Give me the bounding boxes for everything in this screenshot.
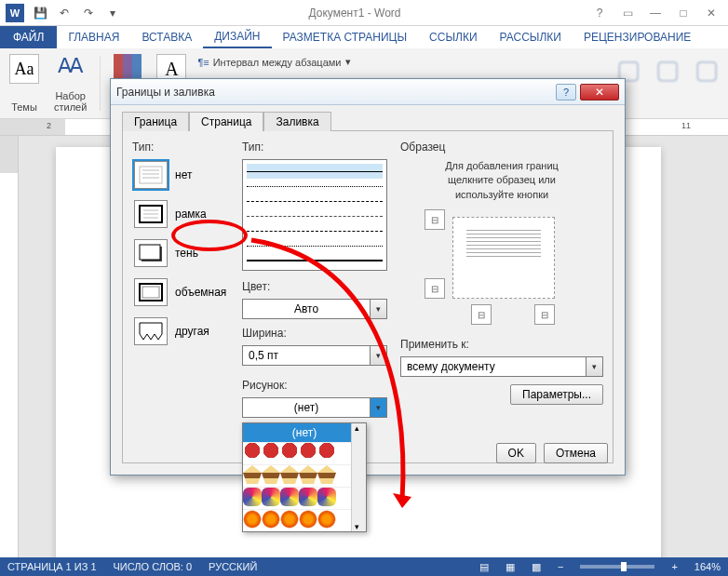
page-color-button[interactable]: ▢ <box>652 52 683 114</box>
sample-label: Образец <box>400 141 603 154</box>
ribbon-tab-mailings[interactable]: РАССЫЛКИ <box>489 26 573 48</box>
edge-left-button[interactable]: ⊟ <box>425 278 445 299</box>
ribbon-tab-layout[interactable]: РАЗМЕТКА СТРАНИЦЫ <box>272 26 419 48</box>
type-group-label: Тип: <box>132 141 229 154</box>
svg-rect-0 <box>140 167 162 183</box>
line-style-item[interactable] <box>247 253 383 268</box>
paragraph-spacing-button[interactable]: ¶≡ Интервал между абзацами ▾ <box>197 56 350 68</box>
status-language[interactable]: РУССКИЙ <box>209 561 257 572</box>
line-style-item[interactable] <box>247 179 383 194</box>
qat-save-button[interactable]: 💾 <box>30 3 50 23</box>
borders-shading-dialog: Границы и заливка ? ✕ Граница Страница З… <box>110 78 626 476</box>
edge-right-button[interactable]: ⊟ <box>534 304 555 325</box>
page-borders-button[interactable]: ▢ <box>691 52 722 114</box>
view-read-mode-icon[interactable]: ▤ <box>479 561 489 573</box>
line-type-label: Тип: <box>242 141 387 154</box>
window-title: Документ1 - Word <box>123 7 586 20</box>
ok-button[interactable]: OK <box>496 443 536 463</box>
color-label: Цвет: <box>242 280 387 293</box>
border-type-none[interactable]: нет <box>132 159 229 191</box>
line-style-list[interactable] <box>242 159 387 271</box>
art-dropdown-scrollbar[interactable] <box>351 423 366 531</box>
ribbon-tab-home[interactable]: ГЛАВНАЯ <box>57 26 130 48</box>
border-3d-label: объемная <box>175 286 226 299</box>
border-custom-icon <box>134 317 168 345</box>
status-word-count[interactable]: ЧИСЛО СЛОВ: 0 <box>114 561 193 572</box>
line-style-solid[interactable] <box>247 164 383 179</box>
border-width-dropdown-button[interactable] <box>371 345 387 366</box>
edge-bottom-button[interactable]: ⊟ <box>471 304 492 325</box>
apply-to-combo[interactable]: всему документу <box>400 356 603 377</box>
dialog-help-button[interactable]: ? <box>556 84 576 100</box>
window-minimize[interactable]: — <box>642 4 668 22</box>
zoom-out-button[interactable]: − <box>558 561 563 572</box>
tab-shading[interactable]: Заливка <box>263 112 330 131</box>
zoom-in-button[interactable]: + <box>671 561 677 572</box>
border-none-icon <box>134 161 168 189</box>
view-web-layout-icon[interactable]: ▩ <box>532 561 541 573</box>
ruler-mark-right: 11 <box>681 121 691 130</box>
edge-top-button[interactable]: ⊟ <box>425 209 445 230</box>
ribbon-tab-review[interactable]: РЕЦЕНЗИРОВАНИЕ <box>573 26 702 48</box>
art-option-swirls[interactable] <box>243 487 366 509</box>
paragraph-spacing-label: Интервал между абзацами <box>213 57 342 68</box>
ribbon-tab-references[interactable]: ССЫЛКИ <box>418 26 488 48</box>
width-label: Ширина: <box>242 327 387 340</box>
border-type-shadow[interactable]: тень <box>132 237 229 269</box>
border-type-box[interactable]: рамка <box>132 198 229 230</box>
themes-label: Темы <box>11 101 37 113</box>
qat-customize-button[interactable]: ▾ <box>102 3 123 23</box>
border-art-combo[interactable]: (нет) <box>242 397 387 418</box>
paragraph-spacing-icon: ¶≡ <box>197 57 209 68</box>
border-3d-icon <box>134 278 168 306</box>
themes-button[interactable]: Aa Темы <box>6 52 43 114</box>
style-set-icon: Ꜳ <box>58 54 83 78</box>
zoom-slider[interactable] <box>580 565 654 569</box>
line-style-item[interactable] <box>247 208 383 223</box>
line-style-item[interactable] <box>247 194 383 208</box>
border-color-dropdown-button[interactable] <box>371 299 387 319</box>
border-color-value: Авто <box>242 299 371 319</box>
art-option-apples[interactable] <box>243 442 366 464</box>
tab-border[interactable]: Граница <box>122 112 189 131</box>
line-style-item[interactable] <box>247 238 383 253</box>
file-tab[interactable]: ФАЙЛ <box>0 26 57 48</box>
zoom-level[interactable]: 164% <box>694 561 721 572</box>
apply-to-label: Применить к: <box>400 338 603 351</box>
ruler-mark-left: 2 <box>47 121 51 130</box>
window-maximize[interactable]: □ <box>670 4 696 22</box>
themes-icon: Aa <box>9 54 39 84</box>
page-color-icon: ▢ <box>655 54 680 85</box>
tab-page[interactable]: Страница <box>189 112 263 131</box>
border-width-combo[interactable]: 0,5 пт <box>242 345 387 366</box>
sample-preview-page[interactable] <box>452 217 555 299</box>
qat-redo-button[interactable]: ↷ <box>78 3 99 23</box>
border-type-custom[interactable]: другая <box>132 315 229 347</box>
page-borders-icon: ▢ <box>694 54 719 85</box>
border-art-dropdown-list[interactable]: (нет) <box>242 422 367 532</box>
ribbon-tab-insert[interactable]: ВСТАВКА <box>130 26 203 48</box>
art-option-none[interactable]: (нет) <box>243 423 366 442</box>
status-page[interactable]: СТРАНИЦА 1 ИЗ 1 <box>7 561 97 572</box>
style-set-label: Набор стилей <box>54 90 87 113</box>
svg-rect-11 <box>142 287 159 298</box>
border-color-combo[interactable]: Авто <box>242 299 387 319</box>
ribbon-display-options[interactable]: ▭ <box>614 4 640 22</box>
border-art-dropdown-button[interactable] <box>371 397 387 418</box>
art-option-flames[interactable] <box>243 509 366 531</box>
line-style-item[interactable] <box>247 223 383 238</box>
view-print-layout-icon[interactable]: ▦ <box>506 561 515 573</box>
apply-to-dropdown-button[interactable] <box>586 356 603 377</box>
window-close[interactable]: ✕ <box>698 4 724 22</box>
ribbon-tab-design[interactable]: ДИЗАЙН <box>203 26 271 48</box>
art-option-icecream[interactable] <box>243 464 366 487</box>
dialog-close-button[interactable]: ✕ <box>580 84 619 100</box>
options-button[interactable]: Параметры... <box>510 384 603 405</box>
qat-undo-button[interactable]: ↶ <box>54 3 74 23</box>
svg-rect-9 <box>140 245 160 260</box>
vertical-ruler[interactable] <box>0 136 19 557</box>
border-type-3d[interactable]: объемная <box>132 276 229 308</box>
help-button[interactable]: ? <box>586 4 613 22</box>
style-set-button[interactable]: Ꜳ Набор стилей <box>50 52 90 114</box>
cancel-button[interactable]: Отмена <box>544 443 608 463</box>
